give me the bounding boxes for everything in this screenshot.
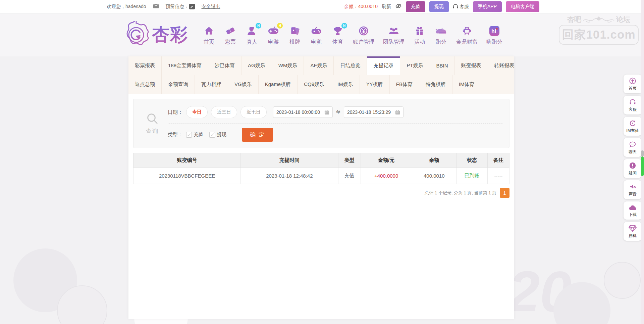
refresh-link[interactable]: 刷新 <box>382 4 391 10</box>
tab-pt[interactable]: PT娱乐 <box>400 56 430 75</box>
mobile-app-button[interactable]: 手机APP <box>473 1 502 12</box>
team-icon <box>387 25 400 37</box>
search-icon <box>146 112 159 125</box>
nav-item-lottery[interactable]: 彩票 <box>224 25 237 46</box>
nav-item-promotions[interactable]: 活动 <box>413 25 426 46</box>
date-from-input[interactable]: 2023-01-18 00:00:00 <box>273 106 333 118</box>
confirm-button[interactable]: 确 定 <box>242 128 273 142</box>
scrollbar-thumb-gray[interactable] <box>641 150 644 156</box>
nav-item-account[interactable]: 账户管理 <box>353 25 374 46</box>
scrollbar-thumb-green[interactable] <box>641 156 644 176</box>
withdraw-button[interactable]: 提现 <box>429 1 449 12</box>
calendar-icon <box>395 110 400 115</box>
sidebar-item-im-recharge[interactable]: IM充值 <box>624 117 642 136</box>
sidebar-item-sound[interactable]: 声音 <box>624 180 642 199</box>
tab-ag[interactable]: AG娱乐 <box>241 56 272 75</box>
nav-item-sports[interactable]: N 体育 <box>331 25 344 46</box>
sidebar-item-chat[interactable]: 聊天 <box>624 138 642 157</box>
sidebar-item-home[interactable]: 首页 <box>624 75 642 93</box>
tab-bbin[interactable]: BBIN <box>430 56 455 75</box>
logout-link[interactable]: 安全退出 <box>202 4 220 10</box>
cell-type: 充值 <box>338 168 361 184</box>
quick-7days-pill[interactable]: 近七日 <box>240 106 267 118</box>
col-header-amount: 金额/元 <box>361 153 412 168</box>
tab-kgame[interactable]: Kgame棋牌 <box>259 75 298 94</box>
sidebar-item-service[interactable]: 客服 <box>624 96 642 114</box>
chat-icon <box>629 141 636 148</box>
filter-divider <box>168 123 503 124</box>
tab-im-games[interactable]: IM娱乐 <box>331 75 360 94</box>
search-label: 查询 <box>146 127 159 135</box>
nav-item-hipaofen[interactable]: hi 嗨跑分 <box>486 25 502 46</box>
quick-3days-pill[interactable]: 近三日 <box>211 106 237 118</box>
records-table: 账变编号 充提时间 类型 金额/元 余额 状态 备注 20230118VBBCF… <box>133 153 509 184</box>
tab-balance-query[interactable]: 余额查询 <box>162 75 195 94</box>
quick-today-pill[interactable]: 今日 <box>186 106 208 118</box>
watermark: 杏吧 论坛 回家101.com <box>559 15 639 45</box>
floating-sidebar: 首页 客服 IM充值 聊天 疑问 声音 下载 挂机 <box>624 75 642 243</box>
tab-yy-chess[interactable]: YY棋牌 <box>360 75 390 94</box>
checkbox-icon <box>186 132 192 138</box>
sidebar-item-idle[interactable]: 挂机 <box>624 222 642 241</box>
withdraw-checkbox[interactable]: 提现 <box>209 132 226 138</box>
search-block: 查询 <box>137 104 168 142</box>
sidebar-item-question[interactable]: 疑问 <box>624 159 642 178</box>
mute-icon <box>629 183 636 190</box>
tab-transfer-report[interactable]: 转账报表 <box>488 56 521 75</box>
tab-lottery-report[interactable]: 彩票报表 <box>128 56 162 75</box>
tab-rebate-total[interactable]: 返点总额 <box>128 75 162 94</box>
tab-cq9[interactable]: CQ9娱乐 <box>298 75 331 94</box>
tab-188-sports[interactable]: 188金宝博体育 <box>162 56 208 75</box>
esports-icon <box>310 25 323 37</box>
nav-item-paofen[interactable]: 跑分 <box>435 25 447 46</box>
balance: 余额：400.0010 <box>344 4 378 10</box>
tab-vg[interactable]: VG娱乐 <box>228 75 259 94</box>
nav-item-jinding[interactable]: 金鼎财富 <box>456 25 478 46</box>
cell-time: 2023-01-18 12:48:42 <box>241 168 338 184</box>
recharge-button[interactable]: 充值 <box>406 1 425 12</box>
ding-icon <box>461 25 473 37</box>
col-header-note: 备注 <box>487 153 509 168</box>
decor-balloon <box>604 262 641 299</box>
back-to-top-icon <box>629 77 636 85</box>
site-logo[interactable]: 杏彩 <box>122 21 188 49</box>
tab-shaba-sports[interactable]: 沙巴体育 <box>208 56 241 75</box>
nav-item-live[interactable]: N 真人 <box>246 25 258 46</box>
nav-item-home[interactable]: 首页 <box>203 25 215 46</box>
nav-item-team[interactable]: 团队管理 <box>383 25 405 46</box>
topbar: 欢迎您，hadesado 预留信息： 安全退出 余额：400.0010 刷新 充… <box>0 0 644 13</box>
coin-icon <box>357 25 370 37</box>
nav-item-chess[interactable]: 棋牌 <box>288 25 301 46</box>
logo-text: 杏彩 <box>152 23 188 47</box>
live-person-icon: N <box>246 25 258 37</box>
tab-wali-chess[interactable]: 瓦力棋牌 <box>195 75 228 94</box>
calendar-icon <box>324 110 329 115</box>
tab-account-change-report[interactable]: 账变报表 <box>455 56 488 75</box>
filter-panel: 查询 日期： 今日 近三日 近七日 2023-01-18 00:00:00 至 … <box>133 99 509 148</box>
customer-service-link[interactable]: 客服 <box>453 4 469 10</box>
cell-note: ----- <box>487 168 509 184</box>
tab-wm[interactable]: WM娱乐 <box>272 56 304 75</box>
recharge-checkbox[interactable]: 充值 <box>186 132 203 138</box>
badge-n: N <box>341 23 347 29</box>
cell-amount: +400.0000 <box>361 168 412 184</box>
page-1-button[interactable]: 1 <box>500 188 509 198</box>
edit-pencil-icon[interactable] <box>189 4 195 9</box>
mail-icon[interactable] <box>153 4 159 9</box>
date-to-input[interactable]: 2023-01-18 15:23:29 <box>344 106 404 118</box>
scrollbar-track[interactable] <box>641 0 644 324</box>
nav-item-esports[interactable]: 电竞 <box>310 25 323 46</box>
tab-fb-sports[interactable]: FB体育 <box>390 75 419 94</box>
sidebar-item-download[interactable]: 下载 <box>624 201 642 220</box>
nav-item-egames[interactable]: H 电游 <box>267 25 280 46</box>
pc-client-button[interactable]: 电脑客户端 <box>506 1 539 12</box>
logo-flower-icon <box>122 21 150 49</box>
tab-row-1: 彩票报表 188金宝博体育 沙巴体育 AG娱乐 WM娱乐 AE娱乐 日结总览 充… <box>128 56 514 75</box>
tab-daily-summary[interactable]: 日结总览 <box>334 56 367 75</box>
tab-tetu-chess[interactable]: 特兔棋牌 <box>419 75 452 94</box>
tab-recharge-withdraw-records[interactable]: 充提记录 <box>367 56 400 75</box>
home-icon <box>203 25 215 37</box>
eye-off-icon[interactable] <box>395 3 402 10</box>
tab-ae[interactable]: AE娱乐 <box>304 56 334 75</box>
tab-im-sports[interactable]: IM体育 <box>452 75 481 94</box>
